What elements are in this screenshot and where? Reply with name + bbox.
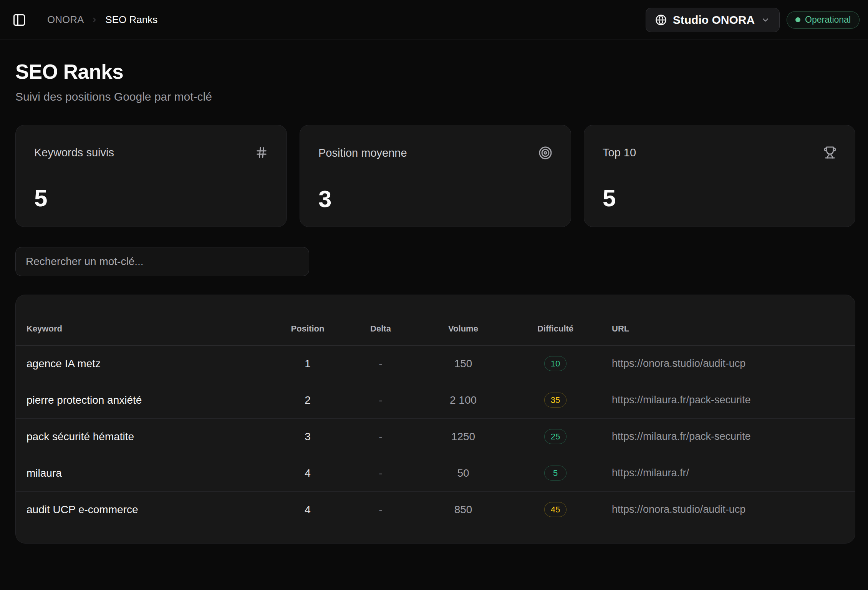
difficulty-badge: 10 [544, 356, 567, 371]
column-header-url: URL [603, 295, 855, 345]
table-row[interactable]: audit UCP e-commerce 4 - 850 45 https://… [16, 491, 855, 528]
difficulty-badge: 25 [544, 429, 567, 444]
table-row[interactable]: pierre protection anxiété 2 - 2 100 35 h… [16, 382, 855, 418]
volume-cell: 850 [419, 491, 507, 528]
delta-cell: - [342, 418, 419, 455]
keyword-cell: pack sécurité hématite [16, 418, 273, 455]
column-header-delta: Delta [342, 295, 419, 345]
position-cell: 1 [273, 345, 342, 382]
volume-cell: 2 100 [419, 382, 507, 418]
top-bar: ONORA SEO Ranks Studio ONORA Operational [0, 0, 868, 40]
delta-cell: - [342, 382, 419, 418]
trophy-icon [823, 146, 837, 159]
status-dot-icon [795, 17, 800, 22]
status-badge-label: Operational [805, 15, 851, 25]
difficulty-badge: 45 [544, 502, 567, 517]
stat-card-average-position: Position moyenne 3 [300, 125, 571, 227]
breadcrumb-current: SEO Ranks [105, 14, 157, 26]
delta-cell: - [342, 491, 419, 528]
page-subtitle: Suivi des positions Google par mot-clé [15, 90, 855, 103]
chevron-down-icon [761, 15, 770, 25]
volume-cell: 50 [419, 455, 507, 491]
delta-cell: - [342, 345, 419, 382]
table-row[interactable]: milaura 4 - 50 5 https://milaura.fr/ [16, 455, 855, 491]
url-cell[interactable]: https://milaura.fr/ [603, 455, 855, 491]
table-header-row: Keyword Position Delta Volume Difficulté… [16, 295, 855, 345]
column-header-keyword: Keyword [16, 295, 273, 345]
hash-icon [255, 146, 268, 159]
column-header-volume: Volume [419, 295, 507, 345]
column-header-position: Position [273, 295, 342, 345]
delta-cell: - [342, 455, 419, 491]
keywords-table: Keyword Position Delta Volume Difficulté… [15, 295, 855, 544]
position-cell: 2 [273, 382, 342, 418]
volume-cell: 1250 [419, 418, 507, 455]
search-input[interactable] [15, 247, 309, 276]
stat-label: Keywords suivis [34, 146, 114, 159]
keyword-cell: pierre protection anxiété [16, 382, 273, 418]
column-header-difficulty: Difficulté [507, 295, 603, 345]
topbar-divider [34, 0, 34, 40]
url-cell[interactable]: https://milaura.fr/pack-securite [603, 418, 855, 455]
keyword-cell: milaura [16, 455, 273, 491]
sidebar-toggle-button[interactable] [11, 12, 28, 28]
page-title: SEO Ranks [15, 60, 855, 83]
project-selector-label: Studio ONORA [673, 13, 755, 27]
url-cell[interactable]: https://onora.studio/audit-ucp [603, 491, 855, 528]
breadcrumb: ONORA SEO Ranks [47, 14, 157, 26]
status-badge: Operational [787, 11, 860, 29]
url-cell[interactable]: https://onora.studio/audit-ucp [603, 345, 855, 382]
table-row[interactable]: pack sécurité hématite 3 - 1250 25 https… [16, 418, 855, 455]
main-content: SEO Ranks Suivi des positions Google par… [0, 60, 868, 544]
stat-card-keywords: Keywords suivis 5 [15, 125, 287, 227]
globe-icon [655, 14, 667, 26]
table-row[interactable]: agence IA metz 1 - 150 10 https://onora.… [16, 345, 855, 382]
panel-left-icon [12, 13, 26, 27]
stat-label: Position moyenne [318, 147, 407, 159]
position-cell: 4 [273, 455, 342, 491]
stat-value: 5 [34, 184, 268, 212]
project-selector-button[interactable]: Studio ONORA [646, 8, 780, 32]
difficulty-badge: 35 [544, 393, 567, 408]
chevron-right-icon [91, 16, 98, 24]
table-footer [16, 528, 855, 543]
keyword-cell: agence IA metz [16, 345, 273, 382]
breadcrumb-parent[interactable]: ONORA [47, 14, 84, 26]
position-cell: 4 [273, 491, 342, 528]
stat-cards: Keywords suivis 5 Position moyenne 3 [15, 125, 855, 227]
stat-card-top10: Top 10 5 [584, 125, 855, 227]
keyword-cell: audit UCP e-commerce [16, 491, 273, 528]
url-cell[interactable]: https://milaura.fr/pack-securite [603, 382, 855, 418]
position-cell: 3 [273, 418, 342, 455]
stat-value: 5 [603, 184, 837, 212]
target-icon [538, 146, 552, 160]
volume-cell: 150 [419, 345, 507, 382]
stat-label: Top 10 [603, 146, 636, 159]
difficulty-badge: 5 [544, 466, 567, 481]
stat-value: 3 [318, 185, 552, 212]
